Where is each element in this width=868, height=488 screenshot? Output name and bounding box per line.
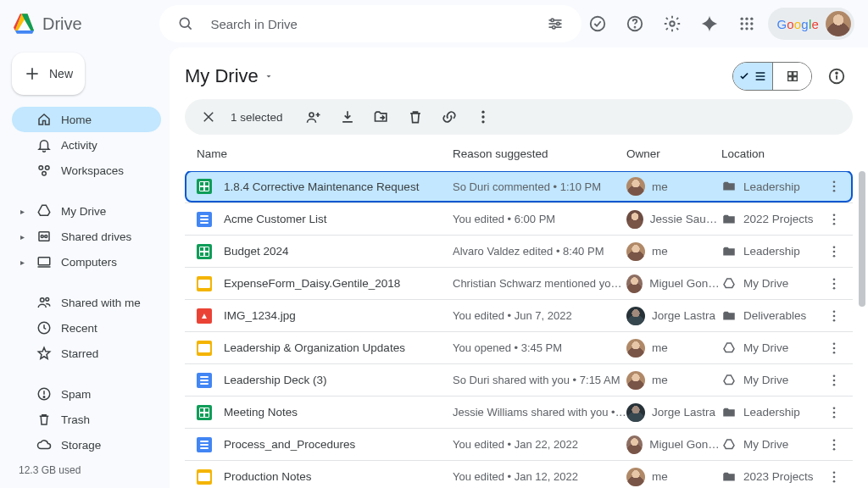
file-location[interactable]: Leadership [721, 179, 819, 194]
row-more-icon[interactable] [819, 276, 849, 291]
owner-avatar [626, 274, 643, 293]
file-location[interactable]: My Drive [721, 276, 819, 291]
col-reason[interactable]: Reason suggested [453, 147, 626, 160]
svg-point-67 [833, 310, 836, 313]
apps-grid-icon[interactable] [731, 8, 763, 40]
svg-point-15 [741, 22, 743, 25]
file-location[interactable]: My Drive [721, 437, 819, 452]
file-location[interactable]: My Drive [721, 373, 819, 388]
sidebar-item-starred[interactable]: Starred [12, 341, 161, 366]
workspaces-icon [36, 163, 53, 178]
file-row[interactable]: Production NotesYou edited • Jan 12, 202… [185, 460, 853, 488]
sidebar-item-label: Activity [61, 139, 97, 152]
file-row[interactable]: 1.8.4 Corrective Maintenance RequestSo D… [185, 171, 853, 202]
file-location[interactable]: My Drive [721, 341, 819, 356]
row-more-icon[interactable] [819, 437, 849, 452]
google-logo: Google [776, 17, 819, 31]
row-more-icon[interactable] [819, 212, 849, 227]
more-actions-icon[interactable] [468, 102, 498, 132]
owner-avatar [626, 210, 643, 229]
file-owner: me [626, 242, 721, 261]
user-avatar[interactable] [826, 11, 851, 36]
search-icon[interactable] [170, 8, 202, 40]
ready-offline-icon[interactable] [581, 8, 614, 40]
share-icon[interactable] [298, 102, 329, 132]
gemini-icon[interactable] [693, 8, 726, 40]
row-more-icon[interactable] [819, 373, 849, 388]
sheet-file-icon [197, 179, 212, 194]
delete-icon[interactable] [400, 102, 431, 132]
brand[interactable]: Drive [14, 14, 159, 34]
grid-view-button[interactable] [772, 63, 811, 90]
file-location[interactable]: Leadership [721, 244, 819, 259]
col-owner[interactable]: Owner [626, 147, 721, 160]
account-chip[interactable]: Google [768, 8, 854, 40]
file-location[interactable]: Deliverables [721, 308, 819, 324]
sidebar-item-home[interactable]: Home [12, 107, 161, 132]
home-icon [36, 112, 53, 127]
file-location[interactable]: 2022 Projects [721, 212, 819, 227]
sidebar-item-activity[interactable]: Activity [12, 132, 161, 158]
drive-logo-icon [14, 14, 36, 34]
sidebar-item-trash[interactable]: Trash [12, 407, 161, 432]
breadcrumb[interactable]: My Drive [185, 65, 274, 87]
file-owner: Miguel Gonza… [626, 274, 721, 293]
folder-icon [721, 244, 737, 259]
svg-rect-43 [793, 76, 797, 80]
row-more-icon[interactable] [819, 244, 849, 259]
view-toggle [732, 62, 812, 91]
sidebar-item-computers[interactable]: ▸Computers [12, 249, 161, 274]
svg-point-56 [833, 186, 836, 188]
sidebar-item-label: Storage [61, 439, 101, 452]
svg-point-11 [670, 21, 676, 26]
sidebar-item-spam[interactable]: Spam [12, 381, 161, 407]
row-more-icon[interactable] [819, 341, 849, 356]
file-owner: me [626, 177, 721, 196]
scrollbar-thumb[interactable] [859, 171, 865, 307]
svg-point-59 [833, 218, 836, 220]
file-location[interactable]: Leadership [721, 405, 819, 420]
list-view-button[interactable] [733, 63, 772, 90]
img-file-icon [197, 308, 212, 324]
col-location[interactable]: Location [721, 147, 819, 160]
sidebar-item-label: Recent [61, 322, 97, 335]
file-row[interactable]: Process_and_ProceduresYou edited • Jan 2… [185, 428, 853, 460]
sidebar-item-shared-drives[interactable]: ▸Shared drives [12, 224, 161, 249]
expand-caret-icon: ▸ [17, 207, 27, 216]
download-icon[interactable] [332, 102, 363, 132]
row-more-icon[interactable] [819, 308, 849, 324]
link-icon[interactable] [434, 102, 465, 132]
file-row[interactable]: ExpenseForm_Daisy.Gentile_2018Christian … [185, 267, 853, 299]
sidebar-item-workspaces[interactable]: Workspaces [12, 158, 161, 183]
file-row[interactable]: Leadership Deck (3)So Duri shared with y… [185, 363, 853, 396]
file-name: Acme Customer List [224, 213, 453, 225]
sidebar-item-my-drive[interactable]: ▸My Drive [12, 198, 161, 224]
info-icon[interactable] [821, 60, 853, 92]
row-more-icon[interactable] [819, 179, 849, 194]
file-reason: Alvaro Valdez edited • 8:40 PM [453, 245, 626, 258]
svg-point-55 [833, 181, 836, 184]
search-input[interactable] [205, 17, 536, 31]
search-options-icon[interactable] [539, 8, 571, 40]
clear-selection-icon[interactable] [193, 102, 224, 132]
file-row[interactable]: Meeting NotesJessie Williams shared with… [185, 396, 853, 428]
file-location[interactable]: 2023 Projects [721, 469, 819, 485]
file-row[interactable]: Leadership & Organization UpdatesYou ope… [185, 331, 853, 363]
file-row[interactable]: Acme Customer ListYou edited • 6:00 PMJe… [185, 202, 853, 235]
help-icon[interactable] [619, 8, 651, 40]
move-icon[interactable] [366, 102, 397, 132]
settings-gear-icon[interactable] [656, 8, 688, 40]
row-more-icon[interactable] [819, 469, 849, 485]
sidebar-item-recent[interactable]: Recent [12, 315, 161, 341]
sidebar-item-shared-with-me[interactable]: Shared with me [12, 290, 161, 315]
storage-used-text: 12.3 GB used [12, 459, 161, 476]
file-row[interactable]: IMG_1234.jpgYou edited • Jun 7, 2022Jorg… [185, 299, 853, 331]
svg-point-17 [751, 22, 754, 25]
row-more-icon[interactable] [819, 405, 849, 420]
file-row[interactable]: Budget 2024Alvaro Valdez edited • 8:40 P… [185, 235, 853, 267]
my-drive-icon [721, 276, 737, 291]
col-name[interactable]: Name [197, 147, 453, 160]
sidebar-item-storage[interactable]: Storage [12, 432, 161, 458]
new-button[interactable]: New [12, 53, 85, 95]
file-name: Meeting Notes [224, 406, 453, 419]
